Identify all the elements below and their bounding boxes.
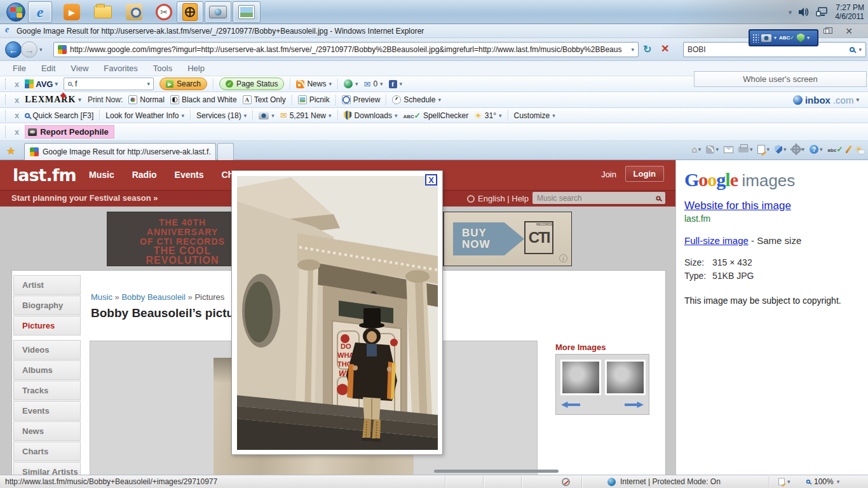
music-search-magnifier-icon[interactable]	[656, 196, 660, 200]
services-button[interactable]: Services (18)▾	[196, 111, 247, 120]
avg-close-icon[interactable]: x	[15, 79, 19, 89]
breadcrumb-music[interactable]: Music	[91, 292, 112, 302]
avg-news-button[interactable]: News▾	[296, 79, 332, 88]
menu-tools[interactable]: Tools	[153, 64, 172, 73]
menu-edit[interactable]: Edit	[41, 64, 55, 73]
forward-button[interactable]: →	[21, 41, 37, 58]
sidebar-item-albums[interactable]: Albums	[13, 360, 81, 380]
history-dropdown-icon[interactable]: ▾	[39, 46, 43, 53]
sidebar-item-charts[interactable]: Charts	[13, 442, 81, 461]
favorites-star-icon[interactable]: ★	[6, 145, 15, 157]
feeds-button[interactable]: ▾	[706, 146, 719, 154]
address-field[interactable]: http://www.google.com/imgres?imgurl=http…	[53, 42, 639, 57]
website-for-image-link[interactable]: Website for this image	[684, 200, 791, 212]
taskbar-ie-button[interactable]: e	[28, 1, 52, 23]
taskbar-mediaplayer-button[interactable]: ▶	[60, 1, 84, 23]
privacy-icon[interactable]	[562, 478, 570, 486]
new-tab-stub[interactable]	[217, 143, 234, 160]
sidebar-item-events[interactable]: Events	[13, 401, 81, 421]
inbox-close-icon[interactable]: x	[15, 111, 19, 120]
taskbar-camera-button[interactable]	[205, 1, 231, 23]
search-dropdown-icon[interactable]: ▾	[858, 46, 862, 53]
lexmark-picnik-button[interactable]: Picnik	[298, 95, 330, 104]
customize-button[interactable]: Customize▾	[514, 111, 555, 120]
close-button[interactable]: ✕	[841, 26, 857, 36]
sidebar-item-news[interactable]: News	[13, 421, 81, 441]
shield-dropdown-icon[interactable]: ▾	[807, 35, 810, 41]
buy-now-button[interactable]: BUYNOW	[453, 222, 524, 255]
report-close-icon[interactable]: x	[15, 127, 19, 137]
spellchecker-button[interactable]: ABC✓SpellChecker	[403, 111, 468, 120]
quick-search-button[interactable]: Quick Search [F3]	[25, 111, 93, 120]
sidebar-item-artist[interactable]: Artist	[13, 275, 81, 295]
search-magnifier-icon[interactable]	[850, 47, 855, 52]
volume-icon[interactable]	[798, 7, 810, 17]
back-button[interactable]: ←	[5, 41, 22, 58]
avg-facebook-button[interactable]: f▾	[389, 80, 403, 88]
fullsize-image-link[interactable]: Full-size image	[684, 235, 749, 246]
menu-favorites[interactable]: Favorites	[104, 64, 137, 73]
downloads-button[interactable]: Downloads▾	[344, 111, 398, 120]
lexmark-schedule-button[interactable]: Schedule▾	[392, 95, 441, 104]
sidebar-item-pictures[interactable]: Pictures	[13, 316, 81, 336]
menu-file[interactable]: File	[13, 64, 26, 73]
capture-dropdown-icon[interactable]: ▾	[774, 35, 776, 41]
safety-button[interactable]: ▾	[775, 145, 787, 154]
refresh-icon[interactable]: ↻	[643, 43, 651, 55]
help-button[interactable]: ?▾	[810, 145, 823, 154]
avg-search-field[interactable]: f ▾	[64, 78, 154, 90]
taskbar-gallery-button[interactable]	[233, 1, 261, 23]
inbox-com-logo[interactable]: inbox.com▾	[793, 95, 859, 105]
next-arrow-icon[interactable]	[625, 402, 644, 408]
network-icon[interactable]	[816, 7, 829, 17]
stop-icon[interactable]: ✕	[661, 43, 669, 55]
spellcheck-mini-icon[interactable]: ABC✓	[779, 35, 794, 41]
more-image-thumb-2[interactable]	[605, 360, 646, 395]
lastfm-logo[interactable]: last.fm	[13, 165, 76, 185]
sidebar-item-biography[interactable]: Biography	[13, 295, 81, 315]
protection-shield-icon[interactable]	[797, 34, 804, 43]
avg-page-status-button[interactable]: ✓Page Status	[219, 78, 284, 90]
ad-info-icon[interactable]: i	[559, 254, 567, 262]
address-dropdown-icon[interactable]: ▾	[631, 46, 634, 53]
print-button[interactable]: ▾	[738, 146, 753, 152]
lexmark-logo[interactable]: LEXMARK▾	[25, 95, 82, 105]
weather-command-button[interactable]: ☀	[855, 144, 863, 154]
taskbar-usersearch-button[interactable]	[121, 1, 147, 23]
horizontal-scrollbar-thumb[interactable]	[434, 470, 559, 473]
lexmark-preview-button[interactable]: Preview	[342, 95, 381, 104]
sidebar-item-videos[interactable]: Videos	[13, 340, 81, 360]
nav-radio[interactable]: Radio	[132, 170, 157, 180]
menu-view[interactable]: View	[71, 64, 88, 73]
start-button[interactable]	[4, 1, 28, 23]
zoom-level[interactable]: 100%▾	[806, 477, 839, 486]
avg-search-dropdown-icon[interactable]: ▾	[147, 81, 150, 87]
restore-button[interactable]	[818, 26, 834, 36]
tools-button[interactable]: ▾	[792, 145, 805, 154]
nav-events[interactable]: Events	[175, 170, 204, 180]
join-link[interactable]: Join	[601, 170, 616, 179]
webmail-button[interactable]: ✉5,291 New▾	[280, 111, 332, 120]
lexmark-close-icon[interactable]: x	[15, 95, 19, 105]
lexmark-textonly-button[interactable]: Text Only	[243, 95, 286, 104]
drag-grip-icon[interactable]	[752, 34, 759, 43]
avg-search-button[interactable]: ▶Search	[159, 78, 207, 90]
music-search-input[interactable]: Music search	[532, 192, 665, 204]
taskbar-snipping-button[interactable]: ✂	[151, 1, 177, 23]
locale-link[interactable]: English | Help	[467, 194, 529, 203]
tab-active[interactable]: Google Image Result for http://userserve…	[24, 143, 216, 160]
weather-info-button[interactable]: Look for Weather Info▾	[105, 111, 184, 120]
read-mail-button[interactable]	[724, 146, 733, 153]
sidebar-item-tracks[interactable]: Tracks	[13, 381, 81, 400]
menu-help[interactable]: Help	[187, 64, 205, 73]
lexmark-normal-button[interactable]: Normal	[128, 95, 165, 104]
clock[interactable]: 7:27 PM 4/6/2011	[835, 3, 864, 21]
avg-threatlabs-button[interactable]: ▾	[344, 79, 358, 88]
more-image-thumb-1[interactable]	[560, 360, 601, 395]
breadcrumb-artist[interactable]: Bobby Beausoleil	[121, 292, 185, 302]
capture-camera-icon[interactable]	[761, 34, 771, 42]
tray-chevron-icon[interactable]: ▾	[789, 8, 792, 17]
popup-photo[interactable]: DO WHAT THOU WILT	[237, 176, 438, 450]
festival-link[interactable]: Start planning your Festival season »	[11, 193, 158, 203]
previous-arrow-icon[interactable]	[561, 402, 580, 408]
